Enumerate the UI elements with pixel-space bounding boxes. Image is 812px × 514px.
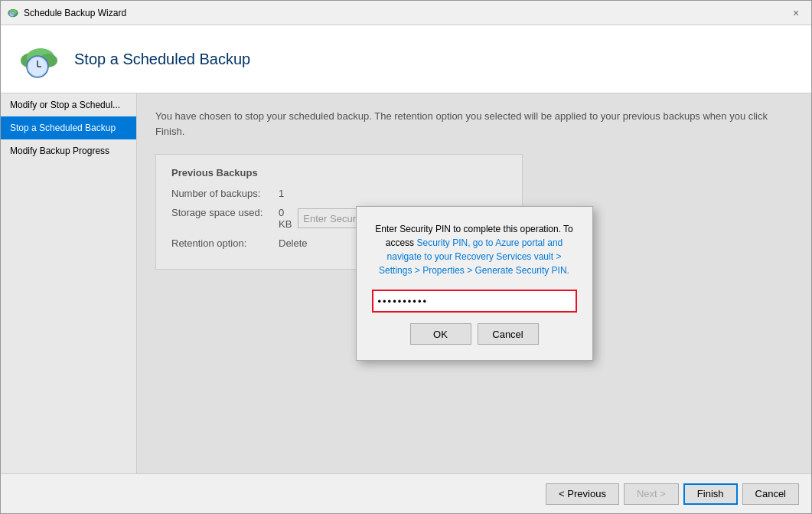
body-area: Modify or Stop a Schedul... Stop a Sched… [1, 93, 811, 473]
modal-link: Security PIN, go to Azure portal and nav… [379, 237, 569, 276]
main-content: You have chosen to stop your scheduled b… [137, 93, 811, 473]
cancel-button[interactable]: Cancel [742, 483, 799, 505]
modal-pin-input[interactable] [372, 290, 577, 313]
main-window: Schedule Backup Wizard × Stop a Schedule… [0, 0, 812, 514]
sidebar-item-modify-stop[interactable]: Modify or Stop a Schedul... [1, 93, 136, 116]
sidebar: Modify or Stop a Schedul... Stop a Sched… [1, 93, 137, 473]
next-button[interactable]: Next > [624, 483, 679, 505]
header: Stop a Scheduled Backup [1, 25, 811, 93]
header-title: Stop a Scheduled Backup [74, 51, 250, 68]
modal-overlay: Enter Security PIN to complete this oper… [137, 93, 811, 473]
app-icon [7, 7, 19, 19]
close-button[interactable]: × [787, 4, 805, 22]
sidebar-item-scheduled-backup-stop[interactable]: Stop a Scheduled Backup [1, 116, 136, 139]
security-pin-modal: Enter Security PIN to complete this oper… [356, 206, 593, 361]
title-bar-label: Schedule Backup Wizard [24, 8, 787, 18]
modal-ok-button[interactable]: OK [410, 323, 471, 345]
previous-button[interactable]: < Previous [546, 483, 619, 505]
sidebar-item-modify-backup-progress[interactable]: Modify Backup Progress [1, 139, 136, 162]
modal-buttons: OK Cancel [372, 323, 577, 345]
header-icon [16, 36, 62, 82]
modal-cancel-button[interactable]: Cancel [478, 323, 539, 345]
title-bar: Schedule Backup Wizard × [1, 1, 811, 25]
modal-description: Enter Security PIN to complete this oper… [372, 222, 577, 277]
finish-button[interactable]: Finish [683, 483, 738, 505]
footer: < Previous Next > Finish Cancel [1, 473, 811, 513]
